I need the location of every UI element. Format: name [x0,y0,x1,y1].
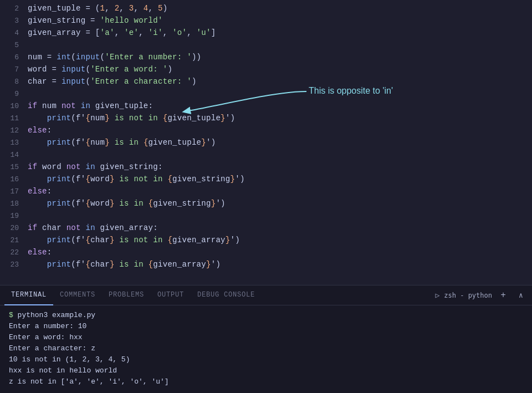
token: , [149,4,158,13]
token: } [226,236,231,244]
terminal-line: Enter a word: hxx [9,332,523,343]
line-content: else: [28,187,532,196]
token: ') [211,260,221,269]
token: given_array [172,236,226,244]
tab-terminal[interactable]: TERMINAL [4,285,53,305]
code-line: 23 print(f'{char} is in {given_array}') [0,258,532,270]
token: , [119,4,129,13]
token: ( [95,4,100,13]
code-line: 16 print(f'{word} is not in {given_strin… [0,173,532,185]
terminal-expand-button[interactable]: ∧ [514,289,528,302]
token: 1 [100,4,105,13]
token: word [42,162,66,171]
token: 'hello world' [100,16,163,25]
token: is not in [115,236,168,244]
line-content: if num not in given_tuple: [28,101,532,110]
line-content: num = int(input('Enter a number: ')) [28,53,532,62]
terminal-panel: TERMINAL COMMENTS PROBLEMS OUTPUT DEBUG … [0,285,532,393]
tab-output[interactable]: OUTPUT [151,285,191,305]
line-number: 6 [0,53,28,62]
token: ( [71,53,76,62]
line-content: given_array = ['a', 'e', 'i', 'o', 'u'] [28,28,532,37]
code-line: 10if num not in given_tuple: [0,100,532,112]
code-line: 21 print(f'{char} is not in {given_array… [0,234,532,246]
terminal-content: $ python3 example.pyEnter a number: 10En… [0,305,532,393]
code-line: 4given_array = ['a', 'e', 'i', 'o', 'u'] [0,27,532,39]
tab-debug-console[interactable]: DEBUG CONSOLE [191,285,262,305]
token: int [57,53,71,62]
line-number: 8 [0,78,28,86]
tab-problems[interactable]: PROBLEMS [102,285,151,305]
code-line: 17else: [0,185,532,197]
token: 'a' [100,28,115,37]
code-line: 14 [0,149,532,161]
line-number: 5 [0,41,28,49]
token: input [62,77,86,86]
token: ( [85,77,90,86]
token: } [201,138,206,147]
line-number: 22 [0,248,28,257]
token: char [90,236,110,244]
token: : [158,162,163,171]
token: , [115,28,124,37]
token: ) [167,65,172,74]
token: } [105,114,110,123]
terminal-command: python3 example.py [18,311,95,319]
token: { [85,138,90,147]
token [28,199,47,208]
line-number: 4 [0,29,28,37]
token [28,138,47,147]
code-line: 8char = input('Enter a character: ') [0,75,532,88]
token: )) [192,53,201,62]
code-line: 15if word not in given_string: [0,161,532,173]
token: { [149,260,154,269]
token: 'Enter a number: ' [105,53,192,62]
token: print [47,114,71,123]
token: { [85,114,90,123]
token: is in [115,199,149,208]
line-number: 20 [0,224,28,232]
tab-comments[interactable]: COMMENTS [53,285,102,305]
token: = [85,16,100,25]
token: } [110,199,115,208]
terminal-line: z is not in ['a', 'e', 'i', 'o', 'u'] [9,376,523,387]
terminal-add-button[interactable]: + [497,289,510,302]
token: ') [231,236,240,244]
token: = [47,65,62,74]
token: } [231,175,236,183]
token: num [28,53,42,62]
line-number: 3 [0,17,28,25]
token: ') [235,175,244,183]
token: num [90,138,105,147]
code-line: 3given_string = 'hello world' [0,14,532,27]
token: is not in [110,114,163,123]
token: in [85,223,100,232]
token: if [28,162,42,171]
token: print [47,199,71,208]
code-line: 7word = input('Enter a word: ') [0,63,532,75]
line-content: print(f'{word} is in {given_string}') [28,199,532,208]
token: not [66,223,86,232]
terminal-line: Enter a number: 10 [9,321,523,332]
token: given_tuple [149,138,202,147]
token: , [187,28,196,37]
token: given_string [153,199,211,208]
code-line: 12else: [0,124,532,136]
token: given_string [28,16,85,25]
token: 'Enter a word: ' [90,65,167,74]
code-line: 13 print(f'{num} is in {given_tuple}') [0,136,532,149]
line-number: 9 [0,90,28,98]
token: , [163,28,172,37]
token: : [153,223,158,232]
line-content: print(f'{num} is not in {given_tuple}') [28,114,532,123]
line-number: 14 [0,151,28,159]
token: word [90,175,110,183]
line-number: 18 [0,200,28,208]
token: (f' [71,138,85,147]
code-line: 18 print(f'{word} is in {given_string}') [0,197,532,210]
terminal-line: Enter a character: z [9,343,523,354]
token: word [90,199,110,208]
terminal-right: ▷ zsh - python + ∧ [435,289,528,302]
code-line: 22else: [0,246,532,258]
line-number: 2 [0,4,28,13]
